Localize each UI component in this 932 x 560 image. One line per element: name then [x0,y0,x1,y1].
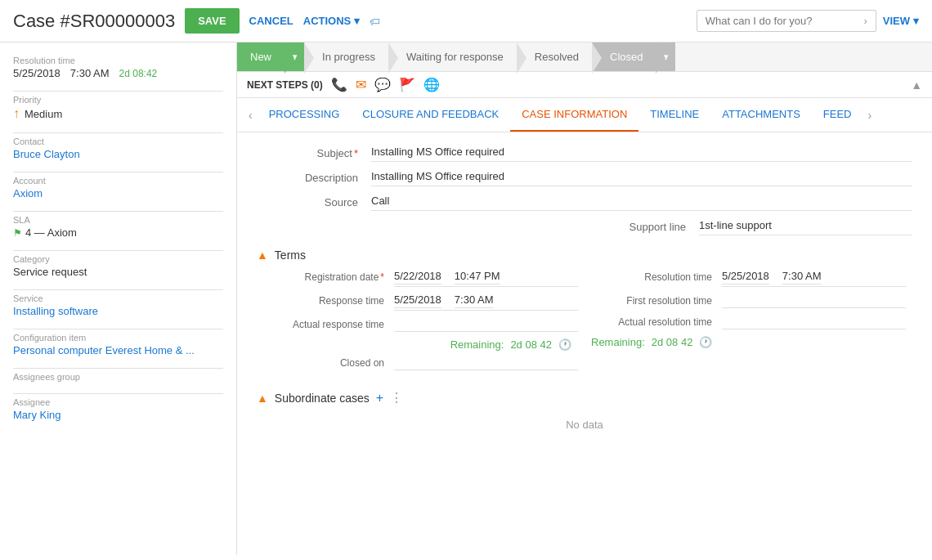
layout: Resolution time 5/25/2018 7:30 AM 2d 08:… [0,43,932,555]
sidebar-resolution-time-value: 5/25/2018 7:30 AM 2d 08:42 [13,67,223,79]
sidebar-account-field: Account Axiom [13,176,223,199]
first-res-value [722,293,906,308]
subject-value[interactable]: Installing MS Office required [371,146,912,162]
description-row: Description Installing MS Office require… [257,170,912,186]
tabs: ‹ PROCESSING CLOSURE AND FEEDBACK CASE I… [237,98,932,132]
tab-feed[interactable]: FEED [812,98,863,132]
search-arrow-icon: › [863,15,867,27]
remaining-label-2: Remaining: [591,336,645,348]
sidebar-contact-value[interactable]: Bruce Clayton [13,148,223,160]
status-step-waiting[interactable]: Waiting for response [388,43,517,71]
terms-collapse-icon: ▲ [257,249,268,262]
save-button[interactable]: SAVE [185,8,239,34]
reg-date-label: Registration date [263,270,394,283]
actual-response-value [394,317,578,332]
sidebar-sla-text: 4 — Axiom [25,226,77,239]
view-dropdown-icon: ▾ [913,15,919,27]
status-step-resolved[interactable]: Resolved [517,43,592,71]
header-right: › VIEW ▾ [697,10,919,32]
closed-on-value [394,356,578,370]
subordinate-cases-title: Subordinate cases [275,392,370,405]
subject-row: Subject Installing MS Office required [257,146,912,162]
sidebar-category-field: Category Service request [13,254,223,278]
status-step-in-progress[interactable]: In progress [304,43,388,71]
actual-response-label: Actual response time [263,317,394,330]
response-time-label: Response time [263,293,394,307]
search-input[interactable] [706,15,853,27]
content-area: Subject Installing MS Office required De… [237,132,932,555]
cancel-button[interactable]: CANCEL [249,15,293,27]
sidebar-resolution-time: 7:30 AM [70,67,110,79]
description-label: Description [257,170,371,184]
tab-scroll-right-icon[interactable]: › [863,99,877,132]
sidebar-sla-label: SLA [13,215,223,225]
sidebar-assignee-value[interactable]: Mary King [13,409,223,421]
flag-icon[interactable]: 🚩 [399,77,415,92]
sidebar-assignees-group-field: Assignees group [13,372,223,382]
next-steps-label: NEXT STEPS (0) [247,79,323,91]
reg-date-value: 5/22/2018 10:47 PM [394,270,578,287]
clock-icon-2: 🕐 [699,336,712,348]
source-row: Source Call [257,195,912,211]
tab-closure-feedback[interactable]: CLOSURE AND FEEDBACK [351,98,510,132]
sidebar-assignees-group-label: Assignees group [13,372,223,382]
tag-button[interactable]: 🏷 [370,14,380,29]
tab-attachments[interactable]: ATTACHMENTS [710,98,812,132]
terms-grid: Registration date 5/22/2018 10:47 PM Res… [257,270,912,377]
sidebar-config-item-value[interactable]: Personal computer Everest Home & ... [13,344,223,356]
tab-processing[interactable]: PROCESSING [258,98,352,132]
subordinate-cases-header: ▲ Subordinate cases + ⋮ [257,390,912,405]
res-time: 7:30 AM [782,270,822,284]
sidebar: Resolution time 5/25/2018 7:30 AM 2d 08:… [0,43,237,555]
sidebar-category-value: Service request [13,266,223,278]
no-data-label: No data [257,405,912,444]
remaining-row-2: Remaining: 2d 08 42 🕐 [591,336,906,348]
sidebar-priority-value: ↑ Medium [13,106,223,121]
sidebar-service-value[interactable]: Installing software [13,305,223,317]
remaining-value-2: 2d 08 42 [652,336,693,348]
sidebar-priority-field: Priority ↑ Medium [13,95,223,121]
subordinate-collapse-icon: ▲ [257,392,268,405]
view-button[interactable]: VIEW ▾ [883,15,919,27]
status-step-new[interactable]: New [237,43,285,71]
status-step-closed[interactable]: Closed [592,43,656,71]
terms-title: Terms [275,249,306,262]
email-icon[interactable]: ✉ [356,77,366,92]
next-steps-bar: NEXT STEPS (0) 📞 ✉ 💬 🚩 🌐 ▲ [237,72,932,98]
sidebar-account-label: Account [13,176,223,186]
response-time-value: 5/25/2018 7:30 AM [394,293,578,311]
subordinate-add-button[interactable]: + [376,391,383,405]
first-res-label: First resolution time [591,293,722,307]
description-value[interactable]: Installing MS Office required [371,170,912,186]
status-in-progress-label: In progress [322,51,375,63]
sidebar-config-item-label: Configuration item [13,333,223,343]
status-closed-label: Closed [610,51,643,63]
res-date: 5/25/2018 [722,270,769,284]
sidebar-assignee-field: Assignee Mary King [13,397,223,421]
clock-icon-1: 🕐 [558,338,571,351]
next-steps-collapse-icon[interactable]: ▲ [911,78,922,92]
tab-scroll-left-icon[interactable]: ‹ [244,99,258,132]
chat-icon[interactable]: 💬 [374,77,391,92]
sidebar-account-value[interactable]: Axiom [13,187,223,199]
terms-right-col: Resolution time 5/25/2018 7:30 AM First … [585,270,912,377]
page-title: Case #SR00000003 [13,11,175,32]
remaining-value-1: 2d 08 42 [510,338,552,351]
source-value[interactable]: Call [371,195,912,211]
web-icon[interactable]: 🌐 [423,77,440,92]
actual-response-row: Actual response time [263,317,578,332]
tab-timeline[interactable]: TIMELINE [639,98,710,132]
response-date: 5/25/2018 [394,293,441,308]
phone-icon[interactable]: 📞 [331,77,347,92]
next-steps-left: NEXT STEPS (0) 📞 ✉ 💬 🚩 🌐 [247,77,440,92]
subordinate-menu-button[interactable]: ⋮ [390,390,403,405]
header-left: Case #SR00000003 SAVE CANCEL ACTIONS ▾ 🏷 [13,8,380,34]
terms-section-header[interactable]: ▲ Terms [257,249,912,262]
sidebar-resolution-date: 5/25/2018 [13,67,60,79]
sidebar-sla-field: SLA ⚑ 4 — Axiom [13,215,223,239]
support-line-value[interactable]: 1st-line support [699,219,912,235]
sidebar-resolution-time-label: Resolution time [13,56,223,65]
actions-button[interactable]: ACTIONS ▾ [303,15,361,27]
search-bar[interactable]: › [697,10,876,32]
tab-case-information[interactable]: CASE INFORMATION [510,98,639,132]
